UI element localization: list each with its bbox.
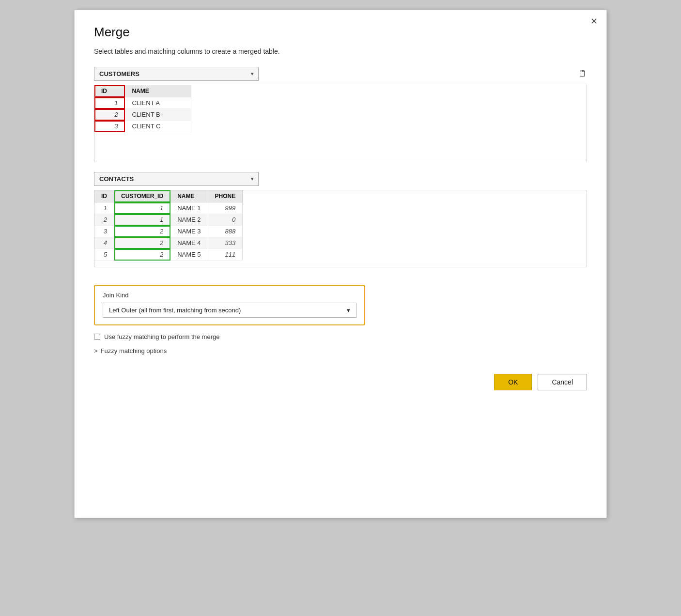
contacts-row-4: 4 2 NAME 4 333 (94, 237, 243, 249)
customers-row2-name: CLIENT B (125, 109, 191, 121)
close-icon: ✕ (590, 16, 598, 26)
contacts-r1-id: 1 (94, 202, 114, 214)
file-icon-button[interactable]: 🗒 (578, 69, 587, 79)
contacts-r3-customerid[interactable]: 2 (114, 226, 170, 237)
contacts-r5-name: NAME 5 (170, 249, 208, 261)
dialog-title: Merge (94, 25, 587, 40)
contacts-dropdown-arrow: ▾ (251, 176, 253, 182)
contacts-r4-phone: 333 (208, 237, 243, 249)
join-kind-arrow: ▾ (347, 307, 350, 314)
contacts-r3-name: NAME 3 (170, 226, 208, 237)
contacts-row-3: 3 2 NAME 3 888 (94, 226, 243, 237)
contacts-dropdown[interactable]: CONTACTS ▾ (94, 172, 259, 186)
customers-row-1: 1 CLIENT A (94, 97, 191, 109)
cancel-button[interactable]: Cancel (538, 374, 587, 390)
join-kind-section: Join Kind Left Outer (all from first, ma… (94, 285, 365, 325)
fuzzy-expand-label: Fuzzy matching options (101, 347, 167, 354)
contacts-col-phone[interactable]: PHONE (208, 190, 243, 202)
contacts-r1-customerid[interactable]: 1 (114, 202, 170, 214)
fuzzy-matching-label[interactable]: Use fuzzy matching to perform the merge (104, 333, 219, 340)
contacts-r2-name: NAME 2 (170, 214, 208, 226)
contacts-section: CONTACTS ▾ ID CUSTOMER_ID NAME PHONE 1 (94, 172, 587, 267)
fuzzy-matching-checkbox[interactable] (94, 334, 100, 340)
contacts-r4-customerid[interactable]: 2 (114, 237, 170, 249)
contacts-r1-phone: 999 (208, 202, 243, 214)
customers-dropdown-row: CUSTOMERS ▾ 🗒 (94, 67, 587, 81)
close-button[interactable]: ✕ (590, 17, 598, 26)
file-icon: 🗒 (578, 69, 587, 78)
contacts-col-name[interactable]: NAME (170, 190, 208, 202)
join-kind-dropdown[interactable]: Left Outer (all from first, matching fro… (103, 303, 356, 318)
contacts-r3-id: 3 (94, 226, 114, 237)
fuzzy-expand-icon: > (94, 347, 98, 354)
contacts-r5-id: 5 (94, 249, 114, 261)
contacts-r2-customerid[interactable]: 1 (114, 214, 170, 226)
customers-table: ID NAME 1 CLIENT A 2 CLIENT B 3 (94, 85, 191, 132)
customers-dropdown-arrow: ▾ (251, 71, 253, 77)
join-kind-label: Join Kind (103, 292, 356, 299)
customers-row-3: 3 CLIENT C (94, 121, 191, 132)
customers-col-name[interactable]: NAME (125, 85, 191, 97)
contacts-dropdown-value: CONTACTS (99, 175, 134, 183)
contacts-row-5: 5 2 NAME 5 111 (94, 249, 243, 261)
customers-dropdown[interactable]: CUSTOMERS ▾ (94, 67, 259, 81)
contacts-r1-name: NAME 1 (170, 202, 208, 214)
contacts-r3-phone: 888 (208, 226, 243, 237)
customers-col-id[interactable]: ID (94, 85, 125, 97)
ok-button[interactable]: OK (494, 374, 532, 390)
merge-dialog: ✕ Merge Select tables and matching colum… (74, 10, 607, 518)
dialog-footer: OK Cancel (94, 374, 587, 390)
contacts-row-1: 1 1 NAME 1 999 (94, 202, 243, 214)
contacts-table-container: ID CUSTOMER_ID NAME PHONE 1 1 NAME 1 999… (94, 190, 587, 267)
customers-row-2: 2 CLIENT B (94, 109, 191, 121)
contacts-r2-phone: 0 (208, 214, 243, 226)
fuzzy-matching-row: Use fuzzy matching to perform the merge (94, 333, 587, 340)
customers-dropdown-value: CUSTOMERS (99, 70, 139, 77)
join-kind-value: Left Outer (all from first, matching fro… (109, 307, 241, 314)
customers-section: CUSTOMERS ▾ 🗒 ID NAME 1 CLIENT A (94, 67, 587, 162)
customers-table-container: ID NAME 1 CLIENT A 2 CLIENT B 3 (94, 85, 587, 162)
contacts-dropdown-row: CONTACTS ▾ (94, 172, 587, 186)
contacts-col-id[interactable]: ID (94, 190, 114, 202)
contacts-col-customerid[interactable]: CUSTOMER_ID (114, 190, 170, 202)
contacts-r5-phone: 111 (208, 249, 243, 261)
fuzzy-options-expand[interactable]: > Fuzzy matching options (94, 347, 587, 354)
contacts-r5-customerid[interactable]: 2 (114, 249, 170, 261)
contacts-table: ID CUSTOMER_ID NAME PHONE 1 1 NAME 1 999… (94, 190, 243, 261)
contacts-row-2: 2 1 NAME 2 0 (94, 214, 243, 226)
customers-row3-id[interactable]: 3 (94, 121, 125, 132)
customers-row1-id[interactable]: 1 (94, 97, 125, 109)
customers-row3-name: CLIENT C (125, 121, 191, 132)
contacts-r4-id: 4 (94, 237, 114, 249)
dialog-subtitle: Select tables and matching columns to cr… (94, 47, 587, 55)
contacts-r4-name: NAME 4 (170, 237, 208, 249)
customers-row1-name: CLIENT A (125, 97, 191, 109)
customers-row2-id[interactable]: 2 (94, 109, 125, 121)
contacts-r2-id: 2 (94, 214, 114, 226)
